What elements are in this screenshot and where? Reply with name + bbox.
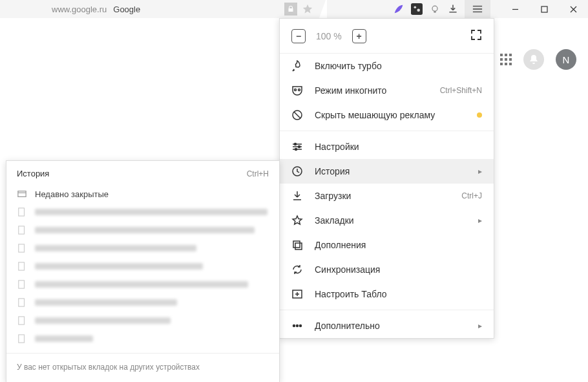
history-item-title (35, 263, 203, 270)
page-icon (17, 334, 27, 344)
address-right-icons (284, 0, 327, 18)
zoom-value: 100 % (316, 31, 342, 41)
maximize-button[interactable] (530, 0, 559, 18)
zoom-in-button[interactable]: + (352, 29, 366, 43)
svg-rect-14 (295, 243, 302, 249)
svg-point-17 (297, 325, 299, 327)
menu-addons[interactable]: Дополнения (280, 233, 494, 257)
menu-incognito[interactable]: Режим инкогнито Ctrl+Shift+N (280, 78, 494, 103)
menu-bookmarks-label: Закладки (315, 215, 467, 226)
menu-more-label: Дополнительно (315, 321, 467, 331)
menu-sync-label: Синхронизация (315, 264, 482, 275)
block-icon (291, 109, 303, 121)
menu-tableau-label: Настроить Табло (315, 289, 482, 299)
menu-incognito-shortcut: Ctrl+Shift+N (440, 86, 482, 95)
chevron-right-icon: ▸ (478, 321, 482, 330)
menu-addons-label: Дополнения (315, 240, 482, 250)
history-item-title (35, 281, 248, 288)
tab-icon (17, 189, 27, 199)
google-apps-icon[interactable] (500, 54, 512, 65)
menu-downloads[interactable]: Загрузки Ctrl+J (280, 184, 494, 208)
menu-turbo[interactable]: Включить турбо (280, 54, 494, 78)
lock-icon[interactable] (284, 3, 297, 16)
bulb-icon[interactable] (428, 3, 441, 16)
svg-rect-27 (19, 335, 25, 343)
window-controls (501, 0, 588, 18)
history-item[interactable] (6, 203, 279, 221)
chevron-right-icon: ▸ (478, 167, 482, 176)
history-item[interactable] (6, 221, 279, 239)
minimize-button[interactable] (501, 0, 530, 18)
history-recently-closed[interactable]: Недавно закрытые (6, 185, 279, 203)
page-icon (17, 261, 27, 271)
history-item[interactable] (6, 257, 279, 275)
svg-rect-24 (19, 281, 25, 288)
history-item[interactable] (6, 293, 279, 312)
menu-bookmarks[interactable]: Закладки ▸ (280, 208, 494, 233)
clock-icon (291, 165, 303, 177)
svg-rect-0 (411, 3, 423, 15)
download-icon[interactable] (446, 3, 459, 16)
svg-point-1 (414, 6, 417, 9)
menu-tableau[interactable]: Настроить Табло (280, 282, 494, 306)
history-item[interactable] (6, 312, 279, 330)
history-item[interactable] (6, 239, 279, 257)
menu-turbo-label: Включить турбо (315, 61, 482, 71)
history-item[interactable] (6, 275, 279, 293)
svg-rect-5 (541, 6, 547, 12)
page-header-icons: N (500, 49, 576, 70)
close-button[interactable] (559, 0, 588, 18)
svg-point-6 (295, 89, 297, 91)
avatar-initial: N (563, 54, 570, 65)
zoom-out-button[interactable]: − (291, 29, 306, 43)
menu-separator (280, 310, 494, 310)
menu-hide-ads[interactable]: Скрыть мешающую рекламу (280, 103, 494, 127)
menu-more[interactable]: Дополнительно ▸ (280, 313, 494, 338)
zoom-row: − 100 % + (280, 19, 494, 54)
feather-icon[interactable] (392, 3, 405, 16)
address-bar[interactable]: www.google.ru Google (0, 0, 140, 18)
history-item-title (35, 227, 255, 233)
svg-point-9 (295, 143, 297, 145)
history-header[interactable]: История Ctrl+H (6, 161, 279, 185)
svg-point-11 (295, 149, 297, 151)
mask-icon (291, 85, 303, 96)
svg-rect-19 (18, 191, 26, 197)
download-arrow-icon (291, 190, 303, 202)
main-menu-button[interactable] (465, 0, 490, 18)
extension-badge-icon[interactable] (410, 3, 423, 16)
menu-separator (280, 131, 494, 131)
history-footer: У вас нет открытых вкладок на других уст… (6, 353, 279, 376)
page-title: Google (113, 5, 140, 14)
menu-history[interactable]: История ▸ (280, 159, 494, 184)
stack-icon (291, 239, 303, 251)
page-icon (17, 315, 27, 326)
menu-downloads-label: Загрузки (315, 191, 450, 201)
toolbar-extensions (392, 0, 494, 18)
svg-rect-26 (19, 317, 25, 324)
notifications-icon[interactable] (523, 49, 544, 70)
history-item-title (35, 299, 177, 306)
menu-history-label: История (315, 166, 467, 176)
avatar[interactable]: N (556, 49, 576, 70)
history-item-title (35, 209, 268, 215)
page-icon (17, 297, 27, 308)
svg-point-3 (432, 6, 437, 11)
svg-point-10 (299, 146, 300, 148)
page-icon (17, 243, 27, 253)
fullscreen-button[interactable] (470, 29, 482, 43)
svg-rect-4 (434, 11, 436, 12)
add-tile-icon (291, 288, 303, 300)
svg-rect-25 (19, 299, 25, 306)
page-icon (17, 225, 27, 235)
address-host: www.google.ru (52, 5, 107, 14)
menu-incognito-label: Режим инкогнито (315, 85, 428, 96)
menu-settings[interactable]: Настройки (280, 134, 494, 159)
history-item-title (35, 245, 196, 251)
star-icon[interactable] (301, 3, 314, 16)
history-item[interactable] (6, 330, 279, 348)
svg-point-2 (417, 9, 420, 12)
rocket-icon (291, 60, 303, 72)
menu-sync[interactable]: Синхронизация (280, 257, 494, 282)
page-icon (17, 279, 27, 290)
